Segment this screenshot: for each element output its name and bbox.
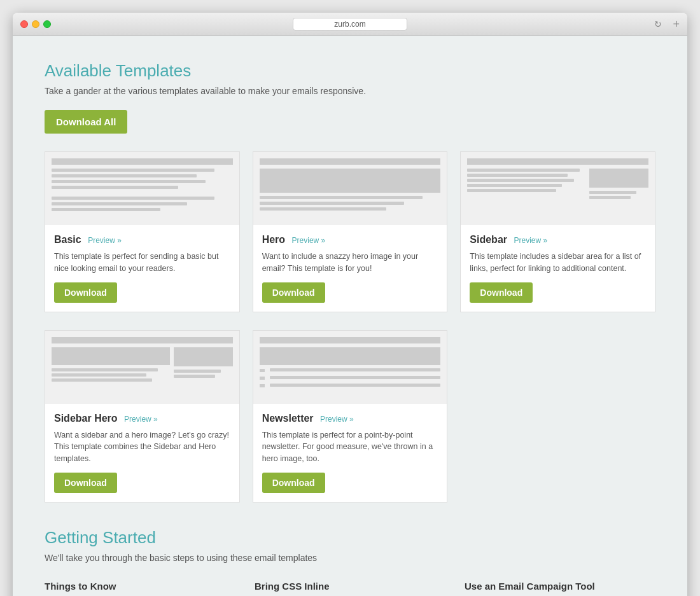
preview-line [467, 169, 579, 172]
newsletter-desc: This template is perfect for a point-by-… [262, 429, 438, 465]
preview-bullet-line [260, 376, 441, 381]
preview-line [260, 202, 405, 205]
sidebar-preview-link[interactable]: Preview » [514, 236, 547, 245]
preview-line [260, 196, 423, 199]
preview-line [467, 189, 556, 192]
preview-line [52, 197, 214, 200]
preview-side-col [174, 347, 233, 384]
preview-line [270, 384, 441, 387]
preview-line [52, 378, 152, 382]
preview-side-col [589, 169, 648, 201]
hero-name: Hero [262, 234, 285, 245]
hero-desc: Want to include a snazzy hero image in y… [262, 251, 438, 275]
sidebar-desc: This template includes a sidebar area fo… [470, 251, 646, 275]
preview-line [174, 370, 221, 373]
basic-name: Basic [54, 234, 81, 245]
preview-line [467, 184, 562, 187]
getting-started-subtitle: We'll take you through the basic steps t… [45, 553, 655, 563]
preview-bullet-line [260, 384, 441, 389]
empty-slot [460, 330, 655, 502]
template-card-sidebar: Sidebar Preview » This template includes… [460, 151, 655, 312]
available-templates-title: Available Templates [45, 61, 655, 81]
template-card-hero: Hero Preview » Want to include a snazzy … [253, 151, 448, 312]
preview-line [52, 202, 187, 205]
preview-line [260, 207, 386, 211]
newsletter-info: Newsletter Preview » This template is pe… [253, 404, 447, 502]
getting-started-grid: Things to Know The templates come with s… [45, 581, 655, 596]
sidebar-hero-name: Sidebar Hero [54, 413, 118, 424]
hero-preview-link[interactable]: Preview » [292, 236, 326, 245]
preview-line [270, 376, 441, 379]
maximize-button[interactable] [43, 20, 51, 28]
preview-line [52, 186, 178, 189]
preview-line [589, 191, 636, 194]
sidebar-hero-info: Sidebar Hero Preview » Want a sidebar an… [45, 404, 239, 502]
preview-columns [52, 347, 233, 384]
newsletter-preview-link[interactable]: Preview » [320, 415, 354, 424]
preview-header-line [260, 158, 441, 165]
preview-header-line [260, 337, 441, 343]
preview-side-block [174, 347, 233, 366]
preview-main-col [52, 347, 170, 384]
preview-bullet [260, 369, 265, 372]
template-grid-row2: Sidebar Hero Preview » Want a sidebar an… [45, 330, 655, 502]
css-inline-title: Bring CSS Inline [255, 581, 445, 592]
things-to-know-title: Things to Know [45, 581, 235, 592]
hero-preview [253, 152, 447, 225]
preview-line [52, 208, 160, 211]
page-content: Available Templates Take a gander at the… [13, 36, 687, 596]
template-card-sidebar-hero: Sidebar Hero Preview » Want a sidebar an… [45, 330, 240, 502]
preview-line [52, 169, 214, 172]
preview-lines [260, 368, 441, 389]
preview-main-col [467, 169, 585, 201]
basic-desc: This template is perfect for sending a b… [54, 251, 230, 275]
template-card-basic: Basic Preview » This template is perfect… [45, 151, 240, 312]
titlebar: zurb.com ↻ + [13, 13, 687, 36]
hero-download-button[interactable]: Download [262, 282, 325, 303]
preview-bullet-line [260, 368, 441, 373]
preview-header-line [467, 158, 648, 165]
preview-line [467, 179, 573, 182]
sidebar-hero-preview [45, 331, 239, 404]
url-bar[interactable]: zurb.com [293, 18, 407, 31]
close-button[interactable] [20, 20, 28, 28]
sidebar-download-button[interactable]: Download [470, 282, 533, 303]
minimize-button[interactable] [32, 20, 39, 28]
preview-line [174, 375, 215, 378]
preview-line [52, 368, 158, 371]
preview-line [467, 174, 568, 177]
new-tab-icon[interactable]: + [673, 18, 680, 30]
preview-hero-block [52, 347, 170, 365]
refresh-icon[interactable]: ↻ [654, 19, 662, 29]
basic-preview [45, 152, 239, 225]
sidebar-hero-download-button[interactable]: Download [54, 473, 117, 493]
sidebar-preview [461, 152, 655, 225]
newsletter-name: Newsletter [262, 413, 314, 424]
basic-download-button[interactable]: Download [54, 282, 117, 303]
sidebar-name: Sidebar [470, 234, 507, 245]
info-col-things-to-know: Things to Know The templates come with s… [45, 581, 235, 596]
browser-window: zurb.com ↻ + Available Templates Take a … [13, 13, 687, 596]
campaign-tool-title: Use an Email Campaign Tool [465, 581, 655, 592]
download-all-button[interactable]: Download All [45, 110, 127, 134]
hero-info: Hero Preview » Want to include a snazzy … [253, 225, 447, 312]
template-card-newsletter: Newsletter Preview » This template is pe… [253, 330, 448, 502]
info-col-campaign-tool: Use an Email Campaign Tool You can't jus… [465, 581, 655, 596]
preview-columns [467, 169, 648, 201]
newsletter-preview [253, 331, 447, 404]
preview-header-line [52, 337, 233, 343]
preview-line [52, 373, 146, 377]
preview-line [52, 174, 197, 177]
preview-line [52, 180, 206, 183]
preview-line [589, 196, 631, 199]
preview-hero-block [260, 169, 441, 193]
sidebar-hero-desc: Want a sidebar and a hero image? Let's g… [54, 429, 230, 465]
template-grid-row1: Basic Preview » This template is perfect… [45, 151, 655, 312]
basic-preview-link[interactable]: Preview » [88, 236, 122, 245]
newsletter-download-button[interactable]: Download [262, 473, 325, 493]
preview-line [270, 368, 441, 371]
preview-bullet [260, 377, 265, 380]
preview-side-block [589, 169, 648, 188]
sidebar-hero-preview-link[interactable]: Preview » [124, 415, 158, 424]
info-col-css-inline: Bring CSS Inline All CSS needs to be inl… [255, 581, 445, 596]
